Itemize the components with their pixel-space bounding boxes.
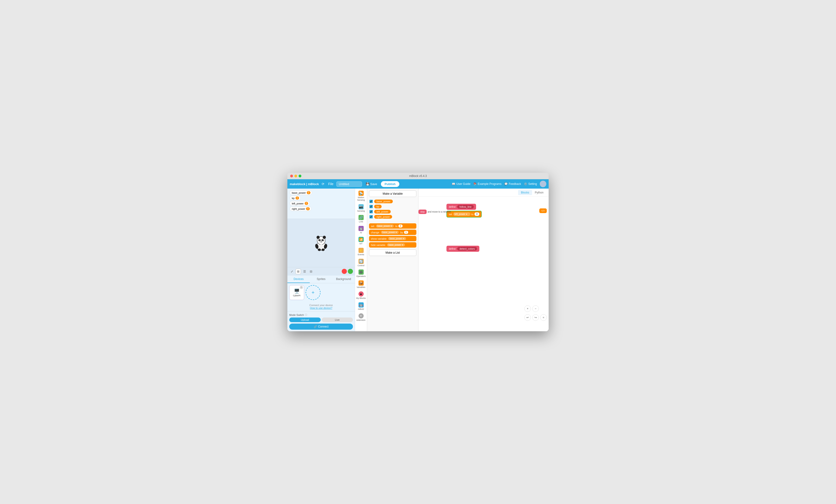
divider	[369, 221, 416, 221]
control-icon: 🔄	[359, 259, 364, 264]
connect-area: Connect your device How to use device?	[287, 302, 355, 311]
menu-bar: makeblock | mBlock ⟳ File 💾 Save Publish…	[287, 179, 549, 189]
show-variable-block[interactable]: show variable base_power ▾	[369, 236, 416, 241]
canvas-area: Blocks Python define follow_line set lef…	[418, 189, 549, 331]
set-left-power-block[interactable]: set left_power ▾ to 0	[446, 211, 482, 217]
live-mode-button[interactable]: Live	[322, 317, 353, 322]
hide-variable-block[interactable]: hide variable base_power ▾	[369, 242, 416, 248]
maximize-button[interactable]	[299, 175, 301, 177]
canvas-workspace[interactable]: define follow_line set left_power ▾ to 0…	[418, 197, 549, 330]
code-toggle-button[interactable]: </>	[539, 208, 547, 213]
mode-switch: Mode Switch ⓘ Upload Live 🔗 Connect	[287, 311, 355, 331]
palette-item-sensing[interactable]: 📷 Sensing	[356, 203, 366, 214]
var-checkbox-kp[interactable]	[369, 205, 373, 208]
device-name: CyberPi	[293, 294, 301, 297]
svg-point-6	[319, 240, 320, 240]
user-guide-button[interactable]: 📖 User Guide	[452, 182, 471, 186]
tile-view-button[interactable]: ⊟	[308, 269, 314, 274]
lan-icon: 🔗	[359, 215, 364, 220]
var-chip-left-power[interactable]: left_power 0	[290, 201, 310, 206]
make-list-button[interactable]: Make a List	[369, 249, 416, 256]
var-chip-right-power[interactable]: right_power 0	[290, 207, 311, 211]
palette-item-mbot2[interactable]: 🤖 mBot2	[356, 301, 366, 312]
tab-python[interactable]: Python	[532, 190, 546, 195]
connect-button[interactable]: 🔗 Connect	[289, 324, 353, 330]
undo-button[interactable]: ↩	[525, 314, 531, 321]
mode-buttons: Upload Live	[289, 317, 353, 322]
zoom-in-button[interactable]: +	[525, 305, 531, 312]
palette-item-my-blocks[interactable]: ● My Blocks	[356, 290, 366, 301]
var-checkbox-base-power[interactable]	[369, 200, 373, 203]
zoom-out-button[interactable]: −	[532, 305, 539, 312]
tab-blocks[interactable]: Blocks	[518, 190, 532, 195]
expand-stage-button[interactable]: ⤢	[289, 269, 294, 274]
list-view-button[interactable]: ☰	[302, 269, 307, 274]
connect-text: Connect your device	[289, 304, 353, 307]
menu-bar-right: 📖 User Guide 📚 Example Programs 💬 Feedba…	[452, 181, 546, 187]
avatar[interactable]	[540, 181, 546, 187]
set-variable-block[interactable]: set base_power ▾ to 0	[369, 223, 416, 229]
cyberpi-device[interactable]: × 🖥️ CyberPi	[289, 285, 304, 300]
var-list-item-kp: kp	[369, 204, 416, 209]
upload-mode-button[interactable]: Upload	[289, 317, 321, 322]
fit-button[interactable]: =	[540, 314, 547, 321]
project-name-input[interactable]	[336, 181, 362, 187]
variable-chips: base_power 0 kp 0 left_power 0 right_pow…	[287, 189, 355, 219]
redo-button[interactable]: ↪	[532, 314, 539, 321]
file-menu-button[interactable]: File	[327, 181, 335, 187]
feedback-button[interactable]: 💬 Feedback	[504, 182, 521, 186]
publish-button[interactable]: Publish	[381, 181, 399, 187]
how-to-link[interactable]: How to use device?	[289, 307, 353, 309]
var-name-base-power: base_power	[374, 199, 393, 203]
close-device-icon[interactable]: ×	[300, 286, 303, 289]
stop-button[interactable]	[342, 269, 347, 274]
tab-background[interactable]: Background	[332, 275, 355, 283]
palette-item-ai[interactable]: 🤖 AI	[356, 225, 366, 235]
define-follow-line-block[interactable]: define follow_line	[446, 204, 476, 210]
svg-point-13	[321, 249, 324, 251]
close-button[interactable]	[290, 175, 293, 177]
mbot2-icon: 🤖	[359, 302, 364, 308]
define-detect-colors-group: define detect_colors	[446, 246, 479, 252]
play-button[interactable]	[348, 269, 353, 274]
device-icon: 🖥️	[294, 288, 300, 294]
traffic-lights	[290, 175, 301, 177]
stop-block[interactable]: stop	[418, 210, 426, 214]
var-checkbox-left-power[interactable]	[369, 210, 373, 213]
stage-toolbar: ⤢ ⊞ ☰ ⊟	[287, 267, 355, 275]
tab-devices[interactable]: Devices	[287, 275, 310, 283]
palette-item-control[interactable]: 🔄 Control	[356, 257, 366, 268]
svg-point-7	[323, 240, 324, 240]
save-button[interactable]: 💾 Save	[364, 181, 379, 187]
palette-item-variables[interactable]: 📦 Variables	[356, 279, 366, 290]
var-list-item-left-power: left_power	[369, 209, 416, 214]
variables-panel: Make a Variable base_power kp left_power…	[367, 189, 418, 331]
minimize-button[interactable]	[294, 175, 297, 177]
var-name-right-power: right_power	[374, 215, 392, 219]
palette-item-operators[interactable]: ➕ Operators	[356, 268, 366, 279]
palette-item-iot[interactable]: 📶 IoT	[356, 236, 366, 246]
grid-view-button[interactable]: ⊞	[296, 269, 301, 274]
var-list-item-base-power: base_power	[369, 199, 416, 204]
logo: makeblock | mBlock	[290, 182, 319, 186]
var-chip-kp[interactable]: kp 0	[290, 196, 301, 200]
palette-item-lan[interactable]: 🔗 LAN	[356, 214, 366, 224]
change-variable-block[interactable]: change base_power ▾ by 1	[369, 230, 416, 235]
file-label: File	[328, 182, 334, 186]
make-variable-button[interactable]: Make a Variable	[369, 191, 416, 197]
palette-item-extension[interactable]: + extension	[356, 312, 366, 323]
add-device-button[interactable]: +	[306, 285, 321, 300]
define-follow-line-group: define follow_line set left_power ▾ to 0	[446, 204, 482, 217]
setting-button[interactable]: ⚙️ Setting	[524, 182, 537, 186]
example-programs-button[interactable]: 📚 Example Programs	[473, 182, 501, 186]
define-detect-colors-block[interactable]: define detect_colors	[446, 246, 479, 252]
svg-point-2	[317, 236, 320, 239]
var-chip-base-power[interactable]: base_power 0	[290, 191, 312, 195]
logo-icon-button[interactable]: ⟳	[321, 181, 325, 187]
dsb-tabs: Devices Sprites Background	[287, 275, 355, 283]
devices-panel: × 🖥️ CyberPi + Connect your device How t…	[287, 283, 355, 331]
var-checkbox-right-power[interactable]	[369, 215, 373, 218]
palette-item-motion-sensing[interactable]: 📡 MotionSensing	[356, 190, 366, 202]
palette-item-events[interactable]: ⚡ Events	[356, 247, 366, 257]
tab-sprites[interactable]: Sprites	[310, 275, 332, 283]
